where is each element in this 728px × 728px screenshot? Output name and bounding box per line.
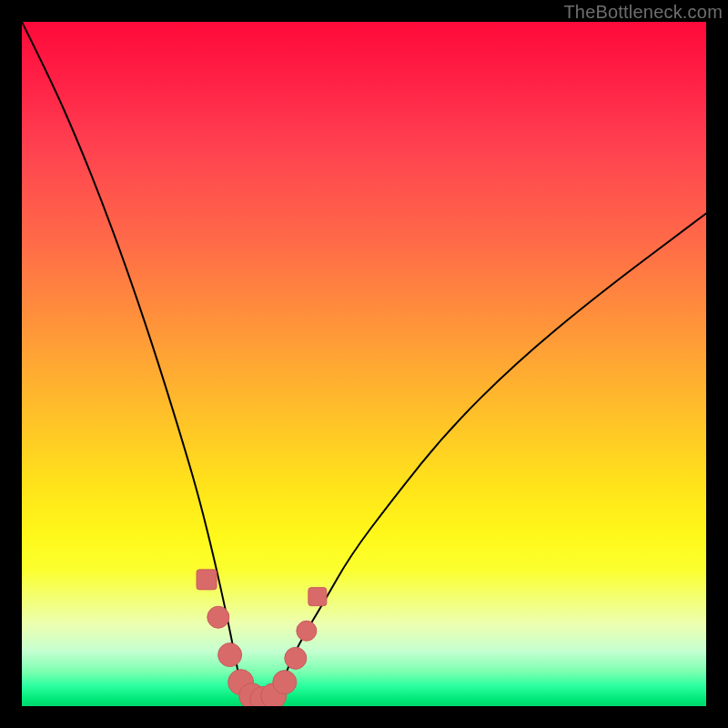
chart-svg [22, 22, 706, 706]
plot-area [22, 22, 706, 706]
marker-8 [285, 647, 307, 669]
marker-0 [197, 570, 217, 590]
watermark-text: TheBottleneck.com [563, 2, 723, 23]
marker-9 [297, 621, 317, 641]
marker-7 [273, 671, 297, 694]
curve-right-curve [275, 214, 706, 706]
marker-2 [218, 643, 242, 667]
marker-10 [308, 588, 327, 606]
marker-1 [207, 606, 229, 628]
curve-left-curve [22, 22, 248, 706]
